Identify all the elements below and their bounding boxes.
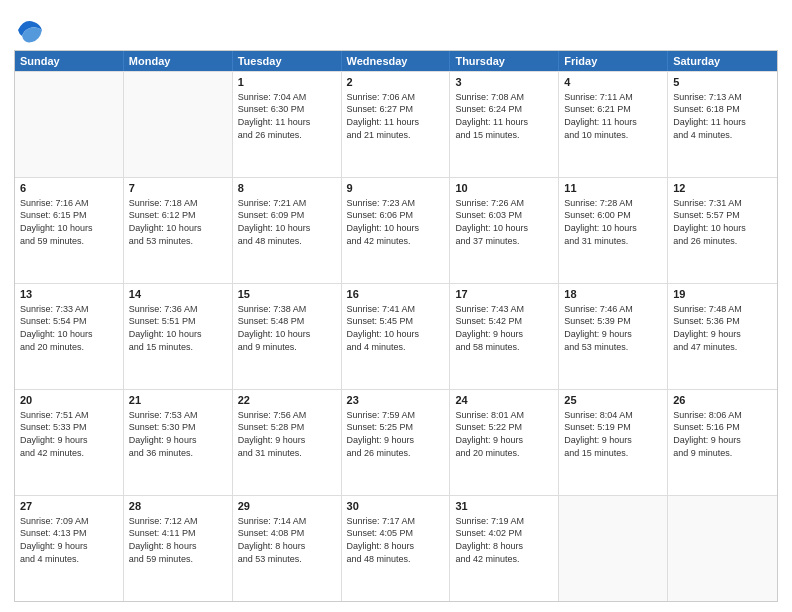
- day-number: 28: [129, 499, 227, 514]
- calendar-header-cell: Sunday: [15, 51, 124, 71]
- calendar-cell: 21Sunrise: 7:53 AMSunset: 5:30 PMDayligh…: [124, 390, 233, 495]
- calendar-cell: 29Sunrise: 7:14 AMSunset: 4:08 PMDayligh…: [233, 496, 342, 601]
- day-info: Sunrise: 7:18 AMSunset: 6:12 PMDaylight:…: [129, 197, 227, 247]
- day-info: Sunrise: 7:19 AMSunset: 4:02 PMDaylight:…: [455, 515, 553, 565]
- day-info: Sunrise: 7:11 AMSunset: 6:21 PMDaylight:…: [564, 91, 662, 141]
- logo-icon: [14, 14, 42, 42]
- calendar-week-row: 20Sunrise: 7:51 AMSunset: 5:33 PMDayligh…: [15, 389, 777, 495]
- calendar-cell: 20Sunrise: 7:51 AMSunset: 5:33 PMDayligh…: [15, 390, 124, 495]
- day-info: Sunrise: 7:04 AMSunset: 6:30 PMDaylight:…: [238, 91, 336, 141]
- calendar-header-cell: Saturday: [668, 51, 777, 71]
- day-info: Sunrise: 7:06 AMSunset: 6:27 PMDaylight:…: [347, 91, 445, 141]
- calendar-cell: 8Sunrise: 7:21 AMSunset: 6:09 PMDaylight…: [233, 178, 342, 283]
- page: SundayMondayTuesdayWednesdayThursdayFrid…: [0, 0, 792, 612]
- calendar-cell: 12Sunrise: 7:31 AMSunset: 5:57 PMDayligh…: [668, 178, 777, 283]
- calendar-cell: 28Sunrise: 7:12 AMSunset: 4:11 PMDayligh…: [124, 496, 233, 601]
- calendar-cell: 6Sunrise: 7:16 AMSunset: 6:15 PMDaylight…: [15, 178, 124, 283]
- calendar-header-cell: Monday: [124, 51, 233, 71]
- calendar-cell: 17Sunrise: 7:43 AMSunset: 5:42 PMDayligh…: [450, 284, 559, 389]
- calendar-cell: 24Sunrise: 8:01 AMSunset: 5:22 PMDayligh…: [450, 390, 559, 495]
- day-number: 6: [20, 181, 118, 196]
- calendar-week-row: 6Sunrise: 7:16 AMSunset: 6:15 PMDaylight…: [15, 177, 777, 283]
- calendar-header-row: SundayMondayTuesdayWednesdayThursdayFrid…: [15, 51, 777, 71]
- calendar-cell: 13Sunrise: 7:33 AMSunset: 5:54 PMDayligh…: [15, 284, 124, 389]
- day-info: Sunrise: 8:01 AMSunset: 5:22 PMDaylight:…: [455, 409, 553, 459]
- calendar-cell: 7Sunrise: 7:18 AMSunset: 6:12 PMDaylight…: [124, 178, 233, 283]
- day-info: Sunrise: 7:26 AMSunset: 6:03 PMDaylight:…: [455, 197, 553, 247]
- day-number: 17: [455, 287, 553, 302]
- day-info: Sunrise: 7:33 AMSunset: 5:54 PMDaylight:…: [20, 303, 118, 353]
- day-info: Sunrise: 7:21 AMSunset: 6:09 PMDaylight:…: [238, 197, 336, 247]
- calendar-week-row: 27Sunrise: 7:09 AMSunset: 4:13 PMDayligh…: [15, 495, 777, 601]
- day-number: 15: [238, 287, 336, 302]
- day-number: 4: [564, 75, 662, 90]
- calendar-cell: 27Sunrise: 7:09 AMSunset: 4:13 PMDayligh…: [15, 496, 124, 601]
- day-number: 21: [129, 393, 227, 408]
- calendar-cell: 14Sunrise: 7:36 AMSunset: 5:51 PMDayligh…: [124, 284, 233, 389]
- calendar-header-cell: Wednesday: [342, 51, 451, 71]
- calendar-cell: 26Sunrise: 8:06 AMSunset: 5:16 PMDayligh…: [668, 390, 777, 495]
- calendar-cell: 25Sunrise: 8:04 AMSunset: 5:19 PMDayligh…: [559, 390, 668, 495]
- day-number: 25: [564, 393, 662, 408]
- day-number: 20: [20, 393, 118, 408]
- day-number: 27: [20, 499, 118, 514]
- day-info: Sunrise: 7:12 AMSunset: 4:11 PMDaylight:…: [129, 515, 227, 565]
- day-number: 18: [564, 287, 662, 302]
- day-number: 23: [347, 393, 445, 408]
- day-info: Sunrise: 7:16 AMSunset: 6:15 PMDaylight:…: [20, 197, 118, 247]
- day-info: Sunrise: 7:38 AMSunset: 5:48 PMDaylight:…: [238, 303, 336, 353]
- day-number: 2: [347, 75, 445, 90]
- calendar-cell: [668, 496, 777, 601]
- day-info: Sunrise: 7:48 AMSunset: 5:36 PMDaylight:…: [673, 303, 772, 353]
- calendar-week-row: 1Sunrise: 7:04 AMSunset: 6:30 PMDaylight…: [15, 71, 777, 177]
- day-number: 3: [455, 75, 553, 90]
- calendar-week-row: 13Sunrise: 7:33 AMSunset: 5:54 PMDayligh…: [15, 283, 777, 389]
- day-info: Sunrise: 7:09 AMSunset: 4:13 PMDaylight:…: [20, 515, 118, 565]
- day-info: Sunrise: 7:08 AMSunset: 6:24 PMDaylight:…: [455, 91, 553, 141]
- calendar-cell: 30Sunrise: 7:17 AMSunset: 4:05 PMDayligh…: [342, 496, 451, 601]
- calendar-cell: 2Sunrise: 7:06 AMSunset: 6:27 PMDaylight…: [342, 72, 451, 177]
- day-number: 29: [238, 499, 336, 514]
- day-info: Sunrise: 7:14 AMSunset: 4:08 PMDaylight:…: [238, 515, 336, 565]
- day-number: 24: [455, 393, 553, 408]
- day-number: 8: [238, 181, 336, 196]
- day-info: Sunrise: 7:23 AMSunset: 6:06 PMDaylight:…: [347, 197, 445, 247]
- day-info: Sunrise: 8:04 AMSunset: 5:19 PMDaylight:…: [564, 409, 662, 459]
- calendar-cell: 11Sunrise: 7:28 AMSunset: 6:00 PMDayligh…: [559, 178, 668, 283]
- calendar-header-cell: Tuesday: [233, 51, 342, 71]
- day-number: 13: [20, 287, 118, 302]
- day-info: Sunrise: 7:31 AMSunset: 5:57 PMDaylight:…: [673, 197, 772, 247]
- calendar-cell: 15Sunrise: 7:38 AMSunset: 5:48 PMDayligh…: [233, 284, 342, 389]
- day-number: 1: [238, 75, 336, 90]
- day-info: Sunrise: 7:43 AMSunset: 5:42 PMDaylight:…: [455, 303, 553, 353]
- day-number: 16: [347, 287, 445, 302]
- calendar-cell: 4Sunrise: 7:11 AMSunset: 6:21 PMDaylight…: [559, 72, 668, 177]
- day-number: 12: [673, 181, 772, 196]
- calendar-cell: 31Sunrise: 7:19 AMSunset: 4:02 PMDayligh…: [450, 496, 559, 601]
- day-number: 10: [455, 181, 553, 196]
- logo: [14, 14, 44, 42]
- calendar-cell: 16Sunrise: 7:41 AMSunset: 5:45 PMDayligh…: [342, 284, 451, 389]
- day-number: 19: [673, 287, 772, 302]
- day-info: Sunrise: 7:46 AMSunset: 5:39 PMDaylight:…: [564, 303, 662, 353]
- calendar-cell: 9Sunrise: 7:23 AMSunset: 6:06 PMDaylight…: [342, 178, 451, 283]
- calendar-cell: 18Sunrise: 7:46 AMSunset: 5:39 PMDayligh…: [559, 284, 668, 389]
- calendar-body: 1Sunrise: 7:04 AMSunset: 6:30 PMDaylight…: [15, 71, 777, 601]
- day-info: Sunrise: 7:56 AMSunset: 5:28 PMDaylight:…: [238, 409, 336, 459]
- day-number: 11: [564, 181, 662, 196]
- calendar-header-cell: Friday: [559, 51, 668, 71]
- calendar-cell: 1Sunrise: 7:04 AMSunset: 6:30 PMDaylight…: [233, 72, 342, 177]
- calendar-cell: 3Sunrise: 7:08 AMSunset: 6:24 PMDaylight…: [450, 72, 559, 177]
- calendar: SundayMondayTuesdayWednesdayThursdayFrid…: [14, 50, 778, 602]
- day-info: Sunrise: 7:28 AMSunset: 6:00 PMDaylight:…: [564, 197, 662, 247]
- day-info: Sunrise: 7:36 AMSunset: 5:51 PMDaylight:…: [129, 303, 227, 353]
- calendar-cell: [559, 496, 668, 601]
- calendar-cell: [15, 72, 124, 177]
- day-number: 14: [129, 287, 227, 302]
- day-info: Sunrise: 7:53 AMSunset: 5:30 PMDaylight:…: [129, 409, 227, 459]
- day-info: Sunrise: 8:06 AMSunset: 5:16 PMDaylight:…: [673, 409, 772, 459]
- day-info: Sunrise: 7:59 AMSunset: 5:25 PMDaylight:…: [347, 409, 445, 459]
- calendar-cell: 22Sunrise: 7:56 AMSunset: 5:28 PMDayligh…: [233, 390, 342, 495]
- calendar-cell: 23Sunrise: 7:59 AMSunset: 5:25 PMDayligh…: [342, 390, 451, 495]
- day-number: 9: [347, 181, 445, 196]
